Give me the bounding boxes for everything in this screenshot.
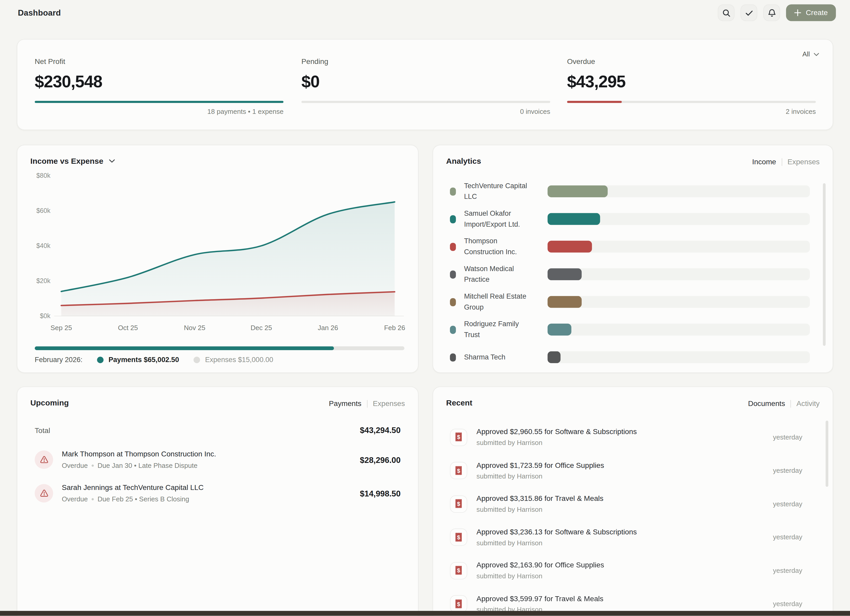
tab-documents[interactable]: Documents <box>748 399 785 408</box>
legend-period: February 2026: <box>34 356 82 363</box>
page-title: Dashboard <box>18 8 61 17</box>
recent-texts: Approved $2,960.55 for Software & Subscr… <box>476 428 773 447</box>
client-bar-track <box>548 213 810 225</box>
x-tick-label: Dec 25 <box>251 324 272 332</box>
analytics-row[interactable]: Sharma Tech <box>450 346 810 369</box>
tab-separator <box>367 400 367 407</box>
document-badge: $ <box>450 595 467 613</box>
stat-bar-track <box>34 101 283 103</box>
upcoming-total-row: Total $43,294.50 <box>34 426 401 435</box>
recent-row[interactable]: $ Approved $3,236.13 for Software & Subs… <box>450 520 802 554</box>
client-bar-fill <box>548 296 582 308</box>
period-progress-track[interactable] <box>34 347 404 350</box>
client-dot-icon <box>450 298 456 306</box>
tab-separator <box>790 400 791 407</box>
analytics-row[interactable]: Rodriguez Family Trust <box>450 318 810 341</box>
recent-row[interactable]: $ Approved $2,163.90 for Office Supplies… <box>450 554 802 587</box>
recent-row-time: yesterday <box>773 534 802 541</box>
recent-row-subtitle: submitted by Harrison <box>476 472 773 480</box>
separator-dot <box>91 498 94 500</box>
stat-label: Overdue <box>567 57 816 66</box>
y-tick-label: $60k <box>36 207 51 214</box>
upcoming-row[interactable]: Mark Thompson at Thompson Construction I… <box>34 450 401 469</box>
recent-row[interactable]: $ Approved $3,315.86 for Travel & Meals … <box>450 487 802 520</box>
recent-texts: Approved $3,315.86 for Travel & Meals su… <box>476 494 773 513</box>
recent-row[interactable]: $ Approved $1,723.59 for Office Supplies… <box>450 454 802 487</box>
client-dot-icon <box>450 187 456 196</box>
legend-payments: Payments $65,002.50 <box>108 356 179 363</box>
x-tick-label: Nov 25 <box>184 324 205 332</box>
plus-icon <box>795 9 801 16</box>
recent-tabs: DocumentsActivity <box>748 399 820 408</box>
notifications-button[interactable] <box>763 4 780 21</box>
y-tick-label: $40k <box>36 242 51 249</box>
recent-row-title: Approved $2,163.90 for Office Supplies <box>476 561 773 569</box>
recent-texts: Approved $3,599.97 for Travel & Meals su… <box>476 594 773 613</box>
stat-bar-fill <box>34 101 283 103</box>
client-name: Rodriguez Family Trust <box>464 318 533 341</box>
tab-separator <box>782 158 782 166</box>
svg-text:$: $ <box>457 434 460 441</box>
search-button[interactable] <box>718 4 735 21</box>
recent-rows: $ Approved $2,960.55 for Software & Subs… <box>450 420 802 616</box>
tab-activity[interactable]: Activity <box>796 399 820 408</box>
upcoming-status: Overdue <box>62 495 88 503</box>
analytics-row[interactable]: Watson Medical Practice <box>450 263 810 286</box>
upcoming-status: Overdue <box>62 462 88 469</box>
separator-dot <box>91 465 94 466</box>
recent-row-title: Approved $3,599.97 for Travel & Meals <box>476 594 773 603</box>
client-name: TechVenture Capital LLC <box>464 180 533 202</box>
chart-svg: $80k$60k$40k$20k$0k Sep 25Oct 25Nov 25De… <box>30 171 407 334</box>
tab-expenses[interactable]: Expenses <box>373 399 405 408</box>
recent-row-title: Approved $3,236.13 for Software & Subscr… <box>476 528 773 536</box>
recent-texts: Approved $2,163.90 for Office Supplies s… <box>476 561 773 580</box>
stat-value: $0 <box>302 72 550 91</box>
client-name: Mitchell Real Estate Group <box>464 291 533 313</box>
stat-bar-fill <box>567 101 622 103</box>
client-bar-track <box>548 241 810 253</box>
stat-label: Pending <box>302 57 550 66</box>
svg-text:$: $ <box>457 467 460 474</box>
recent-row-subtitle: submitted by Harrison <box>476 506 773 513</box>
analytics-row[interactable]: Thompson Construction Inc. <box>450 235 810 258</box>
recent-row-time: yesterday <box>773 500 802 508</box>
income-expense-header[interactable]: Income vs Expense <box>30 157 115 165</box>
analytics-row[interactable]: TechVenture Capital LLC <box>450 180 810 203</box>
upcoming-row[interactable]: Sarah Jennings at TechVenture Capital LL… <box>34 483 401 503</box>
approvals-button[interactable] <box>741 4 758 21</box>
svg-text:$: $ <box>457 567 460 574</box>
upcoming-detail: Due Feb 25 • Series B Closing <box>97 495 189 503</box>
tab-payments[interactable]: Payments <box>329 399 361 408</box>
upcoming-row-subtitle: Overdue Due Jan 30 • Late Phase Dispute <box>62 462 360 469</box>
stat-bar-track <box>567 101 816 103</box>
search-icon <box>722 8 731 17</box>
tab-expenses[interactable]: Expenses <box>788 158 820 166</box>
topbar: Dashboard Create <box>0 0 850 26</box>
client-name: Samuel Okafor Import/Export Ltd. <box>464 208 533 230</box>
stats-filter-value: All <box>802 51 810 58</box>
upcoming-title: Upcoming <box>30 398 69 407</box>
client-bar-fill <box>548 185 608 197</box>
stats-filter-dropdown[interactable]: All <box>802 51 819 58</box>
tab-income[interactable]: Income <box>752 158 776 166</box>
recent-row-title: Approved $2,960.55 for Software & Subscr… <box>476 428 773 436</box>
overdue-badge <box>34 450 53 469</box>
analytics-scrollbar[interactable] <box>823 183 826 346</box>
stat-net-profit: Net Profit $230,548 18 payments • 1 expe… <box>34 57 283 115</box>
x-tick-label: Sep 25 <box>51 324 72 332</box>
upcoming-texts: Mark Thompson at Thompson Construction I… <box>62 450 360 469</box>
create-button[interactable]: Create <box>786 4 836 21</box>
create-button-label: Create <box>806 9 828 16</box>
stat-value: $43,295 <box>567 72 816 91</box>
recent-row[interactable]: $ Approved $2,960.55 for Software & Subs… <box>450 420 802 454</box>
stat-pending: Pending $0 0 invoices <box>302 57 550 115</box>
client-bar-track <box>548 324 810 336</box>
upcoming-detail: Due Jan 30 • Late Phase Dispute <box>97 462 197 469</box>
income-expense-chart: $80k$60k$40k$20k$0k Sep 25Oct 25Nov 25De… <box>30 171 407 334</box>
analytics-row[interactable]: Samuel Okafor Import/Export Ltd. <box>450 208 810 230</box>
client-bar-fill <box>548 241 592 253</box>
stat-value: $230,548 <box>34 72 283 91</box>
analytics-row[interactable]: Mitchell Real Estate Group <box>450 291 810 314</box>
recent-scrollbar[interactable] <box>826 420 828 487</box>
recent-title: Recent <box>446 398 472 407</box>
